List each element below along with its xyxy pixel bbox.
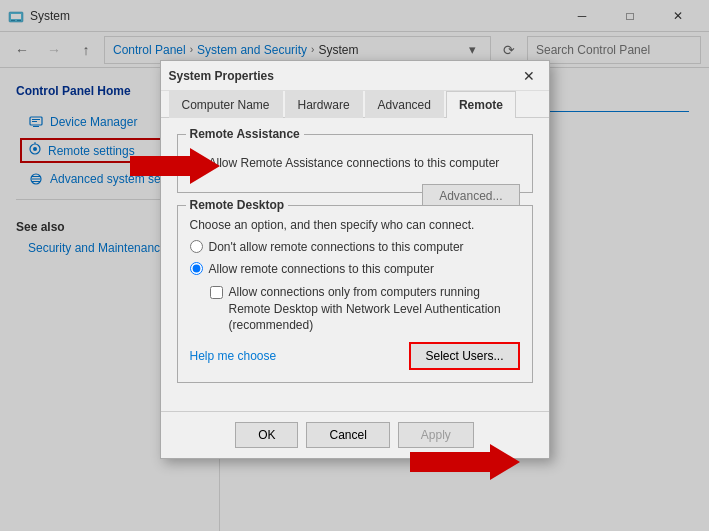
remote-desktop-group: Remote Desktop Choose an option, and the… [177,205,533,383]
remote-assistance-title: Remote Assistance [186,127,304,141]
dialog-close-button[interactable]: ✕ [517,65,541,87]
tab-hardware[interactable]: Hardware [285,91,363,118]
dialog-title: System Properties [169,69,517,83]
dialog-content: Remote Assistance Allow Remote Assistanc… [161,118,549,411]
nla-checkbox[interactable] [210,286,223,299]
dialog-tabs: Computer Name Hardware Advanced Remote [161,91,549,118]
ok-button[interactable]: OK [235,422,298,448]
allow-radio[interactable] [190,262,203,275]
cancel-button[interactable]: Cancel [306,422,389,448]
dont-allow-radio[interactable] [190,240,203,253]
dialog-footer: OK Cancel Apply [161,411,549,458]
dialog-title-bar: System Properties ✕ [161,61,549,91]
remote-assistance-group: Remote Assistance Allow Remote Assistanc… [177,134,533,193]
allow-remote-assistance-checkbox[interactable] [190,157,203,170]
remote-desktop-option-text: Choose an option, and then specify who c… [190,218,520,232]
apply-button[interactable]: Apply [398,422,474,448]
allow-radio-row: Allow remote connections to this compute… [190,262,520,276]
tab-advanced[interactable]: Advanced [365,91,444,118]
remote-desktop-title: Remote Desktop [186,198,289,212]
nla-label: Allow connections only from computers ru… [229,284,520,334]
select-users-button[interactable]: Select Users... [409,342,519,370]
dont-allow-radio-row: Don't allow remote connections to this c… [190,240,520,254]
tab-remote[interactable]: Remote [446,91,516,118]
system-properties-dialog: System Properties ✕ Computer Name Hardwa… [160,60,550,459]
dont-allow-label: Don't allow remote connections to this c… [209,240,464,254]
allow-remote-assistance-row: Allow Remote Assistance connections to t… [190,155,520,172]
help-me-choose-link[interactable]: Help me choose [190,349,277,363]
dialog-overlay: System Properties ✕ Computer Name Hardwa… [0,0,709,531]
dialog-footer-row: Help me choose Select Users... [190,342,520,370]
nla-checkbox-row: Allow connections only from computers ru… [210,284,520,334]
tab-computer-name[interactable]: Computer Name [169,91,283,118]
allow-label: Allow remote connections to this compute… [209,262,434,276]
allow-remote-assistance-label: Allow Remote Assistance connections to t… [209,155,500,172]
